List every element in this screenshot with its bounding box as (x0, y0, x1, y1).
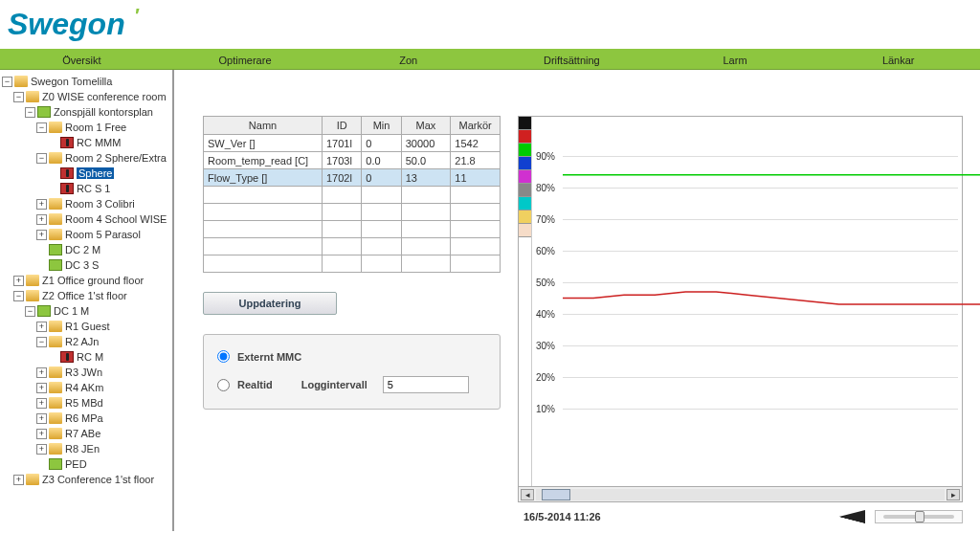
tree-toggle[interactable]: − (25, 306, 35, 317)
timestamp: 16/5-2014 11:26 (523, 511, 601, 522)
table-row-selected[interactable]: Flow_Type []1702l01311 (204, 169, 501, 187)
palette-swatch[interactable] (519, 197, 531, 211)
tree-toggle[interactable]: + (36, 199, 47, 210)
menu-links[interactable]: Länkar (816, 51, 980, 69)
palette-swatch[interactable] (519, 184, 531, 197)
tree-item[interactable]: Swegon Tomelilla (31, 76, 112, 87)
tree-item[interactable]: Room 3 Colibri (65, 198, 135, 210)
folder-icon (49, 152, 62, 164)
menu-zone[interactable]: Zon (326, 51, 490, 69)
palette-swatch[interactable] (519, 224, 531, 237)
tree-item[interactable]: R7 ABe (65, 428, 100, 439)
folder-icon (14, 76, 28, 87)
radio-externt-mmc[interactable] (217, 350, 230, 363)
input-loggintervall[interactable] (383, 376, 469, 393)
palette-swatch[interactable] (519, 144, 531, 157)
tree-toggle[interactable]: + (36, 383, 47, 393)
tree-toggle[interactable]: − (13, 92, 24, 102)
scroll-thumb[interactable] (542, 489, 570, 500)
tree-item[interactable]: Room 5 Parasol (65, 229, 141, 240)
tree-item[interactable]: Room 4 School WISE (65, 213, 167, 225)
table-row[interactable]: SW_Ver []1701l0300001542 (204, 135, 501, 152)
palette-swatch[interactable] (519, 157, 531, 170)
tree-toggle[interactable]: − (36, 337, 47, 347)
folder-icon (49, 397, 62, 409)
tree-item[interactable]: Room 2 Sphere/Extra (65, 152, 167, 164)
tree-item[interactable]: R8 JEn (65, 443, 100, 455)
col-name: Namn (204, 117, 323, 135)
tree-toggle[interactable]: + (36, 398, 47, 409)
folder-icon (26, 290, 39, 301)
folder-icon (49, 443, 62, 455)
y-tick-label: 70% (536, 214, 555, 225)
tree-item-selected[interactable]: Sphere (77, 167, 114, 179)
tree-item[interactable]: DC 3 S (65, 259, 99, 271)
tree-item[interactable]: R6 MPa (65, 412, 103, 424)
tree-item[interactable]: RC S 1 (77, 183, 110, 194)
table-row[interactable]: Room_temp_read [C]1703l0.050.021.8 (204, 152, 501, 169)
tree-item[interactable]: PED (65, 458, 87, 470)
tree-toggle[interactable]: − (2, 77, 12, 87)
tree-item[interactable]: R4 AKm (65, 382, 103, 393)
palette-swatch[interactable] (519, 130, 531, 144)
tree-item[interactable]: Z0 WISE conference room (42, 91, 167, 102)
y-tick-label: 10% (536, 404, 555, 414)
tree-toggle[interactable]: + (13, 475, 24, 485)
trend-chart: 10%20%30%40%50%60%70%80%90% (518, 116, 963, 487)
tree-item[interactable]: DC 1 M (54, 305, 89, 317)
tree-item[interactable]: R1 Guest (65, 321, 109, 332)
tree-toggle[interactable]: + (36, 413, 47, 424)
table-row[interactable] (204, 255, 501, 273)
update-button[interactable]: Uppdatering (203, 292, 337, 315)
palette-swatch[interactable] (519, 117, 531, 130)
tree-toggle[interactable]: − (36, 122, 47, 133)
tree-toggle[interactable]: − (25, 107, 35, 118)
label-loggintervall: Loggintervall (301, 379, 368, 390)
tree-toggle[interactable]: + (36, 322, 47, 332)
zone-icon (49, 458, 62, 470)
tree-item[interactable]: Z1 Office ground floor (42, 275, 144, 286)
table-row[interactable] (204, 187, 501, 204)
logging-options: Externt MMC Realtid Loggintervall (203, 334, 501, 410)
tree-item[interactable]: Room 1 Free (65, 122, 126, 133)
tree-toggle[interactable]: − (36, 153, 47, 164)
zoom-slider[interactable] (875, 510, 963, 523)
tree-item[interactable]: R2 AJn (65, 336, 99, 347)
zone-icon (37, 106, 51, 118)
menu-alarm[interactable]: Larm (654, 51, 817, 69)
tree-sidebar: −Swegon Tomelilla −Z0 WISE conference ro… (0, 70, 174, 531)
palette-swatch[interactable] (519, 211, 531, 224)
content-area: Namn ID Min Max Markör SW_Ver []1701l030… (174, 70, 980, 531)
tree-item[interactable]: RC M (77, 351, 103, 363)
menu-optimizer[interactable]: Optimerare (164, 51, 327, 69)
tree-item[interactable]: Z2 Office 1'st floor (42, 290, 127, 301)
menu-overview[interactable]: Översikt (0, 51, 164, 69)
chart-scrollbar[interactable]: ◂ ▸ (518, 487, 963, 502)
scroll-left-icon[interactable]: ◂ (521, 489, 534, 500)
tree-toggle[interactable]: + (36, 429, 47, 439)
tree-toggle[interactable]: + (13, 276, 24, 286)
scroll-track[interactable] (536, 489, 945, 500)
palette-swatch[interactable] (519, 170, 531, 184)
col-max: Max (401, 117, 451, 135)
tree-toggle[interactable]: + (36, 214, 47, 225)
scroll-right-icon[interactable]: ▸ (947, 489, 960, 500)
tree-toggle[interactable]: + (36, 230, 47, 240)
slider-thumb[interactable] (915, 511, 924, 522)
tree-item[interactable]: R5 MBd (65, 397, 103, 409)
parameter-table[interactable]: Namn ID Min Max Markör SW_Ver []1701l030… (203, 116, 501, 273)
folder-icon (49, 382, 62, 393)
tree-item[interactable]: Zonspjäll kontorsplan (54, 106, 153, 118)
tree-toggle[interactable]: + (36, 367, 47, 378)
radio-realtid[interactable] (217, 379, 230, 391)
table-row[interactable] (204, 221, 501, 238)
tree-item[interactable]: Z3 Conference 1'st floor (42, 474, 154, 485)
menu-commissioning[interactable]: Driftsättning (490, 51, 654, 69)
tree-toggle[interactable]: − (13, 291, 24, 301)
tree-item[interactable]: DC 2 M (65, 244, 100, 255)
tree-item[interactable]: R3 JWn (65, 366, 102, 378)
table-row[interactable] (204, 238, 501, 255)
tree-toggle[interactable]: + (36, 444, 47, 455)
tree-item[interactable]: RC MMM (77, 137, 121, 148)
table-row[interactable] (204, 204, 501, 221)
